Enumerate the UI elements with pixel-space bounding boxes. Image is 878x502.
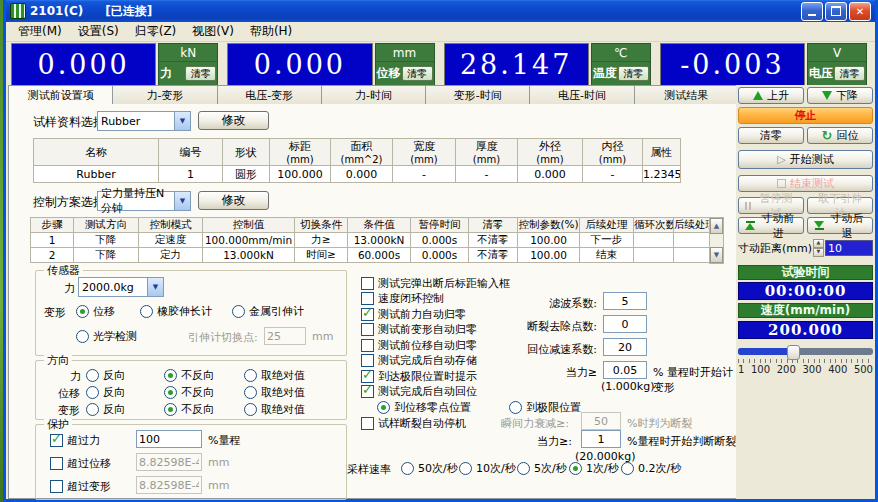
scheme-select[interactable]: 定力量持压N分钟 ▼ [97,191,191,211]
scheme-table-row[interactable]: 2下降 定力13.000kN 时间≥60.000s 0.000s不清零 100.… [31,248,710,263]
option-auto-return-checkbox[interactable]: 测试完成后自动回位 [361,384,477,399]
checkbox-icon [361,354,374,367]
return-decel-label: 回位减速系数: [469,342,597,357]
clear-button[interactable]: 清零 [738,127,804,144]
force-display: 0.000 [11,43,156,86]
return-decel-input[interactable] [603,338,647,356]
option-autosave-checkbox[interactable]: 测试完成后自动存储 [361,353,477,368]
radio-icon [164,369,177,382]
tab-force-deform[interactable]: 力-变形 [113,85,217,105]
scroll-up-icon[interactable]: ▲ [710,218,723,234]
connection-status: [已连接] [105,3,152,20]
break-force-input[interactable] [581,430,621,448]
scroll-down-icon[interactable]: ▼ [710,247,723,263]
tab-deform-time[interactable]: 变形-时间 [426,85,530,105]
dir-deform-reverse[interactable]: 反向 [86,402,125,417]
deform-radio-displacement[interactable]: 位移 [76,304,115,319]
load-cell-select[interactable]: 2000.0kg ▼ [78,277,164,297]
temperature-display: 28.147 [444,43,589,86]
radio-icon [76,330,89,343]
close-button[interactable]: ✕ [849,2,871,21]
menu-zero[interactable]: 归零(Z) [127,22,185,41]
scheme-table-scrollbar[interactable]: ▲ ▼ [709,217,724,264]
speed-slider-thumb[interactable] [787,345,800,360]
sample-modify-button[interactable]: 修改 [198,111,269,130]
sampling-50-radio[interactable]: 50次/秒 [401,461,458,476]
stop-button[interactable]: 停止 [738,107,873,124]
jog-back-button[interactable]: 寸动后退 [807,217,873,234]
option-deform-autozero-checkbox[interactable]: 测试前变形自动归零 [361,322,477,337]
over-displacement-checkbox[interactable]: 超过位移 [50,456,111,471]
option-force-autozero-checkbox[interactable]: 测试前力自动归零 [361,307,466,322]
menu-view[interactable]: 视图(V) [184,22,242,41]
tab-voltage-time[interactable]: 电压-时间 [530,85,634,105]
return-button[interactable]: ↻回位 [807,127,873,144]
displacement-clear-button[interactable]: 清零 [402,66,433,81]
force-clear-button[interactable]: 清零 [185,66,216,81]
deform-radio-metal-extensometer[interactable]: 金属引伸计 [232,304,304,319]
chevron-down-icon: ▼ [174,112,190,130]
filter-coeff-input[interactable] [603,292,647,310]
sampling-5-radio[interactable]: 5次/秒 [517,461,567,476]
dir-deform-no-reverse[interactable]: 不反向 [164,402,214,417]
option-speed-closedloop-checkbox[interactable]: 速度闭环控制 [361,291,444,306]
menu-settings[interactable]: 设置(S) [70,22,127,41]
dir-force-reverse[interactable]: 反向 [86,368,125,383]
jog-distance-input[interactable]: 10 [825,240,873,256]
return-limit-radio[interactable]: 到极限位置 [509,400,581,415]
menu-help[interactable]: 帮助(H) [242,22,300,41]
break-autostop-checkbox[interactable]: 试样断裂自动停机 [361,416,466,431]
option-limit-prompt-checkbox[interactable]: 到达极限位置时提示 [361,369,477,384]
over-force-checkbox[interactable]: 超过力 [50,433,100,448]
dir-force-absolute[interactable]: 取绝对值 [244,368,305,383]
play-icon: ▷ [777,153,785,166]
tab-force-time[interactable]: 力-时间 [322,85,426,105]
dir-deform-absolute[interactable]: 取绝对值 [244,402,305,417]
dir-displacement-absolute[interactable]: 取绝对值 [244,385,305,400]
menu-manage[interactable]: 管理(M) [10,22,70,41]
radio-icon [569,462,582,475]
deform-start-input[interactable] [603,361,647,379]
tab-test-results[interactable]: 测试结果 [635,85,739,105]
radio-icon [86,369,99,382]
jog-distance-stepper[interactable]: ▲▼ [813,239,824,257]
tab-pretest-settings[interactable]: 测试前设置项 [8,85,113,105]
checkbox-icon [361,339,374,352]
option-gauge-popup-checkbox[interactable]: 测试完弹出断后标距输入框 [361,276,510,291]
jog-distance-label: 寸动距离(mm) [738,241,812,256]
radio-icon [459,462,472,475]
deform-radio-optical[interactable]: 光学检测 [76,329,137,344]
dir-displacement-no-reverse[interactable]: 不反向 [164,385,214,400]
dir-displacement-reverse[interactable]: 反向 [86,385,125,400]
jog-forward-button[interactable]: 寸动前进 [738,217,804,234]
sampling-10-radio[interactable]: 10次/秒 [459,461,516,476]
dir-force-no-reverse[interactable]: 不反向 [164,368,214,383]
speed-slider[interactable] [738,345,873,358]
deform-radio-rubber-extensometer[interactable]: 橡胶伸长计 [140,304,212,319]
minimize-button[interactable] [801,2,823,21]
tab-voltage-deform[interactable]: 电压-变形 [218,85,322,105]
sample-table-row[interactable]: Rubber1 圆形100.000 0.000- -0.000 -1.2345 [34,166,681,183]
sampling-1-radio[interactable]: 1次/秒 [569,461,619,476]
sample-select[interactable]: Rubber ▼ [97,111,191,131]
checkbox-icon [361,308,374,321]
speed-scale-ticks [738,359,873,363]
scheme-modify-button[interactable]: 修改 [198,191,269,210]
break-remove-points-input[interactable] [603,315,647,333]
up-button[interactable]: 上升 [738,87,804,104]
radio-icon [86,386,99,399]
down-button[interactable]: 下降 [807,87,873,104]
return-zero-radio[interactable]: 到位移零点位置 [377,400,471,415]
option-displacement-autozero-checkbox[interactable]: 测试前位移自动归零 [361,338,477,353]
start-test-button[interactable]: ▷开始测试 [738,150,873,169]
sampling-02-radio[interactable]: 0.2次/秒 [621,461,681,476]
over-force-input[interactable] [136,430,202,448]
speed-title: 速度(mm/min) [738,303,873,318]
temperature-clear-button[interactable]: 清零 [618,66,649,81]
scheme-table-row[interactable]: 1下降 定速度100.000mm/min 力≥13.000kN 0.000s不清… [31,233,710,248]
protection-groupbox: 保护 超过力 %量程 超过位移 mm 超过变形 mm [35,424,347,500]
maximize-button[interactable] [825,2,847,21]
over-deform-checkbox[interactable]: 超过变形 [50,479,111,494]
voltage-clear-button[interactable]: 清零 [834,66,865,81]
end-test-button: 结束测试 [738,175,873,192]
